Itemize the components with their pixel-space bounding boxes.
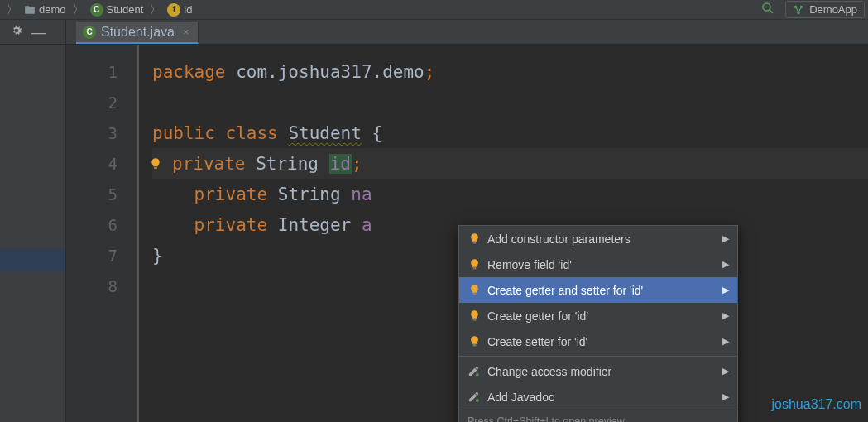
line-number: 2 <box>66 87 137 117</box>
bulb-icon <box>468 309 481 323</box>
breadcrumb-label: id <box>184 3 192 16</box>
intention-bulb-icon[interactable] <box>149 157 162 170</box>
intention-item-add-javadoc[interactable]: Add Javadoc ▶ <box>459 384 737 410</box>
breadcrumb-field[interactable]: f id <box>167 3 192 17</box>
action-icon <box>468 365 481 378</box>
code-line: package com.joshua317.demo; <box>152 56 868 87</box>
intention-item-change-access-modifier[interactable]: Change access modifier ▶ <box>459 358 737 384</box>
line-number: 1 <box>66 56 137 87</box>
line-number: 8 <box>66 271 137 301</box>
intention-item-create-setter[interactable]: Create setter for 'id' ▶ <box>459 328 737 354</box>
tab-student-java[interactable]: C Student.java × <box>76 22 199 44</box>
intention-label: Create setter for 'id' <box>487 335 587 348</box>
intention-label: Add constructor parameters <box>487 233 631 246</box>
breadcrumb-bar: 〉 demo 〉 C Student 〉 f id DemoApp <box>0 0 868 20</box>
chevron-right-icon: ▶ <box>722 259 729 270</box>
svg-rect-12 <box>472 344 476 345</box>
intention-label: Add Javadoc <box>487 391 554 404</box>
hide-icon[interactable]: — <box>31 25 46 40</box>
svg-rect-11 <box>472 319 476 319</box>
code-line-current: private String id; <box>152 148 868 179</box>
code-editor[interactable]: 1 2 3 4 5 6 7 8 package com.joshua317.de… <box>66 45 868 422</box>
sidebar-selection <box>0 249 65 271</box>
code-line: private String na <box>152 179 868 209</box>
close-icon[interactable]: × <box>183 26 189 38</box>
breadcrumb[interactable]: 〉 demo 〉 C Student 〉 f id <box>3 2 192 17</box>
chevron-right-icon: ▶ <box>722 233 729 244</box>
run-config-selector[interactable]: DemoApp <box>785 1 865 18</box>
breadcrumb-separator: 〉 <box>150 2 161 17</box>
svg-rect-8 <box>472 242 476 242</box>
bulb-icon <box>468 233 481 246</box>
tab-label: Student.java <box>101 25 175 40</box>
intention-item-remove-field[interactable]: Remove field 'id' ▶ <box>459 252 737 277</box>
search-icon[interactable] <box>760 1 775 19</box>
action-icon <box>468 391 481 404</box>
chevron-right-icon: ▶ <box>722 336 729 347</box>
project-sidebar[interactable] <box>0 45 66 422</box>
breadcrumb-label: demo <box>39 3 66 16</box>
line-number: 4 <box>66 148 137 179</box>
line-number: 5 <box>66 179 137 209</box>
code-line: public class Student { <box>152 117 868 148</box>
line-number: 3 <box>66 117 137 148</box>
svg-rect-9 <box>472 267 476 268</box>
intention-label: Change access modifier <box>487 365 611 378</box>
chevron-right-icon: ▶ <box>722 285 729 295</box>
field-icon: f <box>167 3 180 17</box>
bulb-icon <box>468 284 481 297</box>
intention-item-create-getter[interactable]: Create getter for 'id' ▶ <box>459 303 737 328</box>
chevron-right-icon: ▶ <box>722 366 729 376</box>
breadcrumb-class[interactable]: C Student <box>90 3 144 17</box>
folder-icon <box>24 4 36 16</box>
code-line <box>152 87 868 117</box>
intention-popup: Add constructor parameters ▶ Remove fiel… <box>458 225 738 422</box>
line-number: 7 <box>66 240 137 271</box>
svg-point-13 <box>476 373 479 376</box>
run-config-icon <box>793 4 804 16</box>
chevron-right-icon: ▶ <box>722 391 729 402</box>
svg-line-1 <box>770 9 773 12</box>
breadcrumb-label: Student <box>107 3 144 16</box>
svg-line-5 <box>797 7 798 11</box>
project-tool-strip: — <box>0 20 66 44</box>
bulb-icon <box>468 335 481 348</box>
run-config-label: DemoApp <box>809 3 857 16</box>
svg-line-6 <box>799 7 801 11</box>
breadcrumb-separator: 〉 <box>7 2 17 17</box>
svg-rect-10 <box>472 293 476 294</box>
intention-label: Remove field 'id' <box>487 258 572 271</box>
class-icon: C <box>90 3 103 17</box>
intention-label: Create getter and setter for 'id' <box>487 284 643 297</box>
svg-rect-7 <box>154 167 157 168</box>
breadcrumb-separator: 〉 <box>73 2 84 17</box>
watermark: joshua317.com <box>771 397 861 412</box>
line-number: 6 <box>66 209 137 240</box>
intention-item-add-constructor-params[interactable]: Add constructor parameters ▶ <box>459 226 737 252</box>
editor-toolbar: — C Student.java × <box>0 20 868 45</box>
gear-icon[interactable] <box>10 24 23 41</box>
intention-item-create-getter-setter[interactable]: Create getter and setter for 'id' ▶ <box>459 277 737 303</box>
svg-point-14 <box>476 399 479 402</box>
popup-hint: Press Ctrl+Shift+I to open preview <box>459 410 737 422</box>
class-icon: C <box>83 26 96 39</box>
editor-tabs: C Student.java × <box>76 20 199 44</box>
topbar-right: DemoApp <box>760 1 865 19</box>
breadcrumb-folder[interactable]: demo <box>24 3 66 16</box>
bulb-icon <box>468 258 481 271</box>
intention-label: Create getter for 'id' <box>487 309 588 323</box>
svg-point-4 <box>797 11 800 14</box>
popup-separator <box>459 356 737 357</box>
chevron-right-icon: ▶ <box>722 310 729 321</box>
main-area: 1 2 3 4 5 6 7 8 package com.joshua317.de… <box>0 45 868 422</box>
line-gutter: 1 2 3 4 5 6 7 8 <box>66 45 139 422</box>
svg-point-0 <box>763 3 770 11</box>
